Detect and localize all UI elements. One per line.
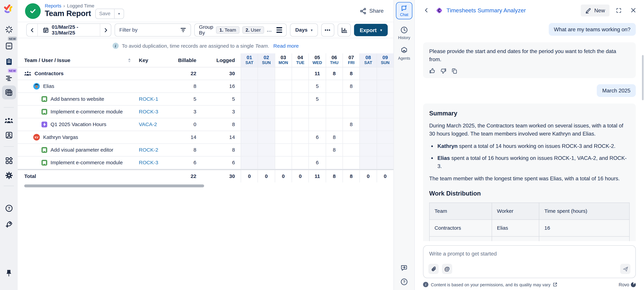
rovo-brand[interactable]: Rovo	[619, 282, 636, 287]
teams-icon	[4, 117, 13, 123]
table-row[interactable]: KV Kathryn Vargas 14 14 68	[18, 131, 394, 144]
column-day[interactable]: 08SAT	[360, 54, 376, 67]
sidebar-item-plans[interactable]	[2, 56, 16, 68]
burst-icon	[5, 26, 13, 34]
table-row: ContractorsKathryn14	[430, 236, 630, 241]
save-button[interactable]: Save	[96, 9, 114, 18]
table-row[interactable]: Add visual parameter editor ROCK-2 8 8 8	[18, 144, 394, 156]
check-icon	[29, 7, 37, 15]
new-chat-button[interactable]: New	[581, 4, 610, 16]
issue-key-link[interactable]: ROCK-2	[139, 147, 158, 153]
date-range-button[interactable]: 01/Mar/25 - 31/Mar/25	[37, 24, 100, 36]
column-key[interactable]: Key	[136, 54, 165, 67]
breadcrumb-reports[interactable]: Reports	[45, 3, 61, 8]
team-icon	[24, 71, 31, 76]
back-button[interactable]	[420, 4, 432, 16]
gear-icon	[5, 171, 13, 180]
issue-key-link[interactable]: ROCK-3	[139, 160, 158, 166]
group-chip-user[interactable]: 2.User	[242, 26, 264, 34]
agent-title[interactable]: Timesheets Summary Analyzer	[446, 7, 578, 14]
mention-button[interactable]: @	[442, 264, 452, 274]
sidebar-item-apps[interactable]	[2, 154, 16, 167]
issue-key-link[interactable]: ROCK-1	[139, 96, 158, 102]
table-row[interactable]: Add banners to website ROCK-1 5 5 5	[18, 93, 394, 106]
share-button[interactable]: Share	[357, 5, 387, 16]
tab-agents[interactable]: Agents	[398, 46, 410, 60]
table-header-row: TeamWorkerTime spent (hours)	[430, 203, 630, 220]
profile-card-icon	[5, 131, 13, 140]
chat-panel: Timesheets Summary Analyzer New What are…	[415, 0, 644, 290]
next-period-button[interactable]	[100, 24, 111, 36]
sidebar-item-activity[interactable]	[2, 24, 16, 36]
assistant-message: Please provide the start and end dates f…	[423, 42, 636, 78]
send-button[interactable]	[620, 264, 630, 274]
sidebar-item-settings[interactable]	[2, 169, 16, 182]
prev-period-button[interactable]	[27, 24, 37, 36]
sidebar-item-whats-new[interactable]	[2, 218, 16, 230]
chat-scrollbar[interactable]	[642, 55, 644, 100]
avatar-kathryn: KV	[33, 134, 40, 140]
group-settings-icon[interactable]	[276, 27, 282, 33]
copy-icon[interactable]	[452, 68, 458, 74]
more-options-button[interactable]: •••	[321, 24, 334, 37]
table-row[interactable]: Implement e-commerce module ROCK-3 3 3	[18, 106, 394, 118]
expand-button[interactable]	[613, 4, 624, 16]
group-more[interactable]: ...	[267, 28, 272, 32]
summary-heading: Summary	[429, 109, 630, 118]
sort-icon	[128, 58, 131, 62]
tab-history[interactable]: History	[398, 26, 410, 40]
feedback-button[interactable]	[400, 264, 408, 272]
column-day[interactable]: 05WED	[309, 54, 326, 67]
agents-icon	[400, 46, 408, 55]
sidebar-item-help[interactable]: ?	[2, 202, 16, 214]
tab-chat[interactable]: Chat	[396, 2, 412, 19]
prompt-input[interactable]	[428, 250, 632, 257]
table-row[interactable]: Contractors 22 30 118 8	[18, 68, 394, 80]
sidebar-divider	[4, 186, 14, 186]
export-button[interactable]: Export▾	[354, 24, 388, 36]
summary-paragraph: The team member with the longest time sp…	[429, 174, 630, 183]
read-more-link[interactable]: Read more	[273, 43, 299, 49]
sidebar-item-profile[interactable]	[2, 129, 16, 141]
group-by-control: Group By 1.Team 2.User ...	[194, 24, 287, 37]
group-chip-team[interactable]: 1.Team	[216, 26, 240, 34]
attach-button[interactable]	[428, 264, 439, 274]
timesheet-grid-icon	[4, 88, 13, 97]
column-team-user-issue[interactable]: Team / User / Issue	[18, 54, 136, 67]
agent-avatar-icon	[435, 6, 443, 14]
column-day[interactable]: 09SUN	[376, 54, 394, 67]
rail-help-button[interactable]: ?	[400, 278, 408, 286]
column-day[interactable]: 04TUE	[292, 54, 309, 67]
history-icon	[400, 26, 408, 34]
chart-view-button[interactable]	[338, 24, 351, 37]
thumbs-down-icon[interactable]	[440, 68, 446, 74]
column-day[interactable]: 06THU	[326, 54, 342, 67]
column-day[interactable]: 01SAT	[241, 54, 258, 67]
column-day[interactable]: 03MON	[275, 54, 292, 67]
filter-by-input[interactable]: Filter by	[115, 24, 191, 37]
column-day[interactable]: 02SUN	[258, 54, 274, 67]
sidebar-item-report[interactable]: NEW	[2, 40, 16, 52]
tempo-logo[interactable]	[3, 4, 14, 15]
sidebar-item-timeline[interactable]: NEW	[2, 72, 16, 84]
column-logged[interactable]: Logged	[202, 54, 241, 67]
period-select[interactable]: Days▾	[290, 24, 318, 37]
close-button[interactable]	[628, 4, 639, 16]
table-row[interactable]: Elias 8 16 5 8	[18, 80, 394, 93]
user-cell: KV Kathryn Vargas	[18, 131, 136, 144]
thumbs-up-icon[interactable]	[429, 68, 435, 74]
table-row[interactable]: Implement e-commerce module ROCK-3 6 6 6	[18, 156, 394, 169]
issue-key-link[interactable]: ROCK-3	[139, 109, 158, 114]
issue-key-link[interactable]: VACA-2	[139, 122, 157, 128]
sidebar-item-pin[interactable]	[2, 267, 16, 279]
sidebar-item-teams[interactable]	[2, 114, 16, 126]
external-link-icon[interactable]	[553, 282, 558, 287]
column-day[interactable]: 07FRI	[342, 54, 360, 67]
rovo-logo-icon	[631, 282, 636, 287]
table-row[interactable]: Q1 2025 Vacation Hours VACA-2 0 8 8	[18, 118, 394, 131]
sidebar-item-timesheets[interactable]	[2, 86, 16, 100]
column-billable[interactable]: Billable	[165, 54, 202, 67]
save-dropdown-caret[interactable]: ▾	[114, 9, 124, 18]
horizontal-scrollbar[interactable]	[24, 184, 204, 188]
issue-cell: Q1 2025 Vacation Hours	[18, 118, 136, 131]
